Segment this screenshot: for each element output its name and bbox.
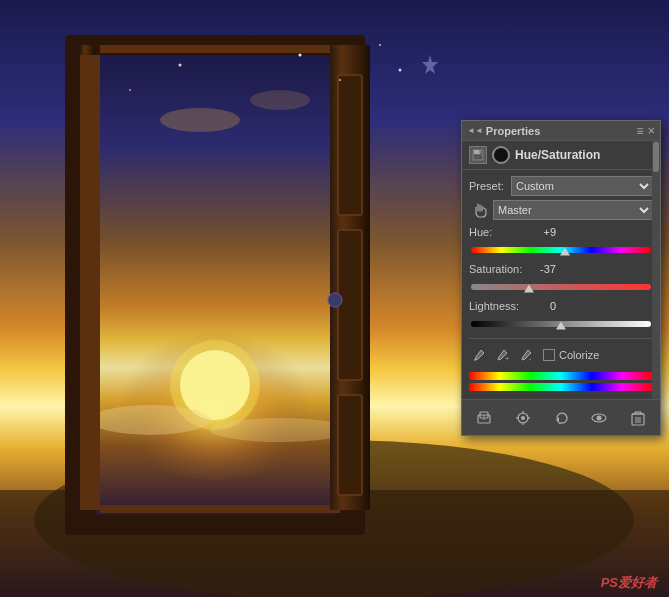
collapse-arrows[interactable]: ◄◄ [467,126,483,135]
hue-label: Hue: [469,226,524,238]
svg-rect-15 [100,505,340,513]
svg-text:+: + [505,355,509,362]
lightness-label: Lightness: [469,300,524,312]
svg-rect-18 [338,75,362,215]
svg-point-28 [160,108,240,132]
section-title: Hue/Saturation [515,148,600,162]
eyedropper-button[interactable] [469,345,489,365]
svg-point-12 [210,418,350,442]
svg-rect-20 [338,395,362,495]
lightness-thumb[interactable] [556,322,566,330]
svg-point-26 [399,69,402,72]
svg-point-21 [328,293,342,307]
scrollbar-thumb[interactable] [653,142,659,172]
hue-slider[interactable] [471,242,651,258]
saturation-value: -37 [528,263,556,275]
delete-button[interactable] [627,407,649,429]
svg-rect-16 [80,55,100,510]
svg-point-27 [379,44,381,46]
svg-point-23 [339,79,341,81]
svg-point-49 [597,415,602,420]
svg-point-24 [299,54,302,57]
hue-value: +9 [528,226,556,238]
svg-point-29 [250,90,310,110]
panel-scrollbar[interactable] [652,141,660,399]
color-bar-top [469,372,653,380]
reset-button[interactable] [550,407,572,429]
svg-point-42 [521,416,525,420]
hue-thumb[interactable] [560,248,570,256]
svg-rect-19 [338,230,362,380]
save-icon[interactable] [469,146,487,164]
view-button[interactable] [512,407,534,429]
eyedropper-add-button[interactable]: + [493,345,513,365]
mask-icon[interactable] [492,146,510,164]
svg-point-25 [129,89,131,91]
properties-panel: ◄◄ Properties ≡ × Hue/Saturation Preset:… [461,120,661,436]
saturation-slider[interactable] [471,279,651,295]
color-bar-bottom [469,383,653,391]
preset-label: Preset: [469,180,507,192]
panel-menu-icon[interactable]: ≡ [636,124,643,138]
svg-point-11 [90,405,210,435]
saturation-thumb[interactable] [524,285,534,293]
hand-tool-icon[interactable] [469,200,489,220]
lightness-slider[interactable] [471,316,651,332]
svg-rect-34 [479,150,481,153]
colorize-checkbox[interactable] [543,349,555,361]
colorize-label: Colorize [559,349,599,361]
panel-title: Properties [486,125,540,137]
panel-toolbar [462,399,660,435]
lightness-value: 0 [528,300,556,312]
clip-button[interactable] [473,407,495,429]
panel-close-button[interactable]: × [647,124,655,137]
visibility-button[interactable] [588,407,610,429]
watermark: PS爱好者 [601,574,657,592]
saturation-label: Saturation: [469,263,524,275]
preset-select[interactable]: Custom Default [511,176,653,196]
channel-select[interactable]: Master Reds Yellows Greens Cyans Blues M… [493,200,653,220]
svg-point-22 [179,64,182,67]
svg-text:-: - [529,355,532,362]
svg-rect-33 [474,155,482,159]
eyedropper-subtract-button[interactable]: - [517,345,537,365]
svg-rect-14 [100,45,340,53]
